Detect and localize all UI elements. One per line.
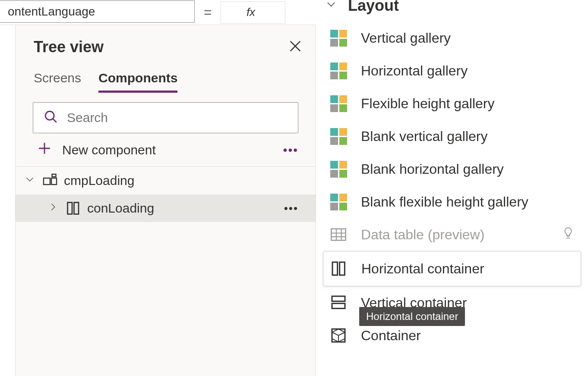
fx-dropdown[interactable]: fx	[221, 1, 285, 24]
property-dropdown[interactable]: ontentLanguage	[0, 0, 195, 23]
insert-section-layout[interactable]: Layout	[316, 0, 588, 22]
insert-vertical-gallery[interactable]: Vertical gallery	[316, 22, 588, 25]
property-name: ontentLanguage	[8, 5, 95, 19]
equals-label: =	[195, 4, 221, 20]
insert-section-title: Layout	[348, 0, 399, 15]
chevron-down-icon	[325, 0, 338, 12]
fx-label: fx	[247, 6, 255, 19]
insert-panel: Layout Vertical gallery Horizontal galle…	[316, 0, 588, 25]
